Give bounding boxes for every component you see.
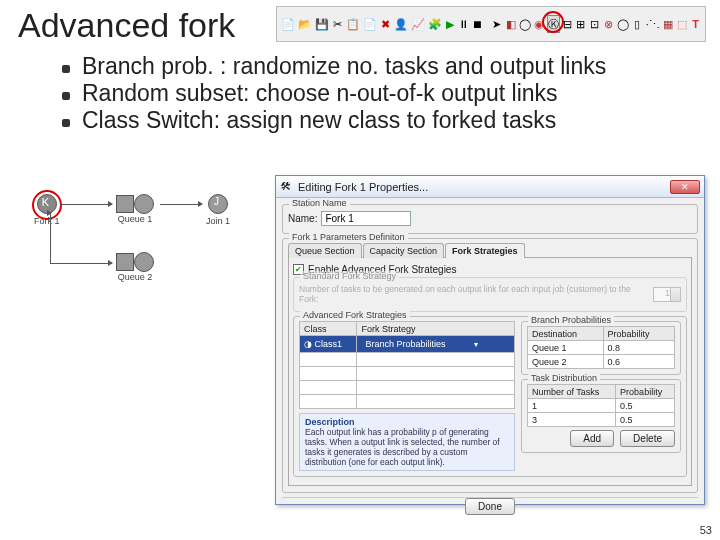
- node-join[interactable]: J Join 1: [206, 194, 230, 226]
- col-dest: Destination: [528, 327, 604, 341]
- table-row: [300, 353, 515, 367]
- tool-link-icon[interactable]: ·⋱: [645, 15, 661, 33]
- tool-run-icon[interactable]: ▶: [444, 15, 457, 33]
- group-legend: Standard Fork Strategy: [300, 271, 399, 281]
- node-label: Queue 2: [116, 272, 154, 282]
- class-strategy-table: Class Fork Strategy ◑ Class1 Branch Prob…: [299, 321, 515, 409]
- table-row[interactable]: 1 0.5: [528, 399, 675, 413]
- dialog-footer: Done: [282, 497, 698, 515]
- group-legend: Branch Probabilities: [528, 315, 614, 325]
- bullet-item: Random subset: choose n-out-of-k output …: [68, 80, 720, 107]
- tool-paste-icon[interactable]: 📄: [362, 15, 378, 33]
- tool-delete-icon[interactable]: ✖: [379, 15, 392, 33]
- standard-label: Number of tasks to be generated on each …: [299, 284, 649, 304]
- table-row: [300, 395, 515, 409]
- tool-new-icon[interactable]: 📄: [280, 15, 296, 33]
- station-name-input[interactable]: [321, 211, 411, 226]
- description-panel: Description Each output link has a proba…: [299, 413, 515, 471]
- tool-source-icon[interactable]: ◧: [504, 15, 517, 33]
- link-arrow: [50, 263, 112, 264]
- link-arrow: [50, 213, 51, 263]
- task-dist-group: Task Distribution Number of Tasks Probab…: [521, 379, 681, 453]
- node-queue2[interactable]: Queue 2: [116, 252, 154, 282]
- node-queue1[interactable]: Queue 1: [116, 194, 154, 224]
- tool-stop-icon[interactable]: ⏹: [471, 15, 484, 33]
- page-number: 53: [700, 524, 712, 536]
- description-text: Each output link has a probability p of …: [305, 427, 509, 467]
- description-heading: Description: [305, 417, 509, 427]
- tool-select-icon[interactable]: ⬚: [675, 15, 688, 33]
- link-arrow: [60, 204, 112, 205]
- tab-capacity-section[interactable]: Capacity Section: [363, 243, 445, 258]
- col-ntasks: Number of Tasks: [528, 385, 616, 399]
- dialog-icon: 🛠: [280, 180, 294, 194]
- class-cell: Class1: [315, 339, 343, 349]
- col-strategy: Fork Strategy: [357, 322, 515, 336]
- table-row: [300, 381, 515, 395]
- tab-queue-section[interactable]: Queue Section: [288, 243, 362, 258]
- tool-copy-icon[interactable]: 📋: [345, 15, 361, 33]
- tool-pointer-icon[interactable]: ➤: [490, 15, 503, 33]
- tool-save-icon[interactable]: 💾: [314, 15, 330, 33]
- dialog-title: Editing Fork 1 Properties...: [298, 181, 428, 193]
- tool-fork-icon[interactable]: Ⓚ: [547, 15, 560, 33]
- branch-prob-group: Branch Probabilities Destination Probabi…: [521, 321, 681, 375]
- params-group: Fork 1 Parameters Definiton Queue Sectio…: [282, 238, 698, 493]
- add-button[interactable]: Add: [570, 430, 614, 447]
- node-label: Queue 1: [116, 214, 154, 224]
- tool-user-icon[interactable]: 👤: [393, 15, 409, 33]
- class-icon: ◑: [304, 339, 315, 349]
- table-row[interactable]: 3 0.5: [528, 413, 675, 427]
- tool-queue-icon[interactable]: ◯: [518, 15, 532, 33]
- dialog-titlebar[interactable]: 🛠 Editing Fork 1 Properties... ✕: [276, 176, 704, 198]
- tool-place-icon[interactable]: ▯: [631, 15, 644, 33]
- done-button[interactable]: Done: [465, 498, 515, 515]
- tool-class-icon[interactable]: ◯: [616, 15, 630, 33]
- node-label: Join 1: [206, 216, 230, 226]
- tool-region-icon[interactable]: ▦: [662, 15, 675, 33]
- tool-text-icon[interactable]: T: [689, 15, 702, 33]
- model-canvas: K Fork 1 Queue 1 J Join 1 Queue 2: [8, 180, 268, 510]
- editor-toolbar: 📄 📂 💾 ✂ 📋 📄 ✖ 👤 📈 🧩 ▶ ⏸ ⏹ ➤ ◧ ◯ ◉ Ⓚ ⊟ ⊞ …: [276, 6, 706, 42]
- table-row: [300, 367, 515, 381]
- tab-fork-strategies[interactable]: Fork Strategies: [445, 243, 525, 258]
- standard-strategy-group: Standard Fork Strategy Number of tasks t…: [293, 277, 687, 312]
- strategy-combo[interactable]: Branch Probabilities: [361, 337, 481, 351]
- branch-prob-table[interactable]: Destination Probability Queue 1 0.8 Queu…: [527, 326, 675, 369]
- tool-pause-icon[interactable]: ⏸: [457, 15, 470, 33]
- table-row[interactable]: Queue 1 0.8: [528, 341, 675, 355]
- link-arrow: [160, 204, 202, 205]
- task-dist-table[interactable]: Number of Tasks Probability 1 0.5 3: [527, 384, 675, 427]
- node-label: Fork 1: [34, 216, 60, 226]
- tool-chart-icon[interactable]: 📈: [410, 15, 426, 33]
- close-button[interactable]: ✕: [670, 180, 700, 194]
- advanced-strategies-group: Advanced Fork Strategies Class Fork Stra…: [293, 316, 687, 477]
- table-row[interactable]: ◑ Class1 Branch Probabilities: [300, 336, 515, 353]
- fork-properties-dialog: 🛠 Editing Fork 1 Properties... ✕ Station…: [275, 175, 705, 505]
- table-row[interactable]: Queue 2 0.6: [528, 355, 675, 369]
- tool-delay-icon[interactable]: ⊡: [588, 15, 601, 33]
- name-label: Name:: [288, 213, 317, 224]
- tool-open-icon[interactable]: 📂: [297, 15, 313, 33]
- standard-task-spinner: 1: [653, 287, 681, 302]
- group-legend: Task Distribution: [528, 373, 600, 383]
- station-name-group: Station Name Name:: [282, 204, 698, 234]
- tool-router-icon[interactable]: ⊞: [575, 15, 588, 33]
- dot-grid: [8, 180, 268, 510]
- group-legend: Station Name: [289, 198, 350, 208]
- group-legend: Fork 1 Parameters Definiton: [289, 232, 408, 242]
- tool-cut-icon[interactable]: ✂: [331, 15, 344, 33]
- delete-button[interactable]: Delete: [620, 430, 675, 447]
- tool-graph-icon[interactable]: 🧩: [427, 15, 443, 33]
- bullet-list: Branch prob. : randomize no. tasks and o…: [28, 53, 720, 134]
- col-class: Class: [300, 322, 357, 336]
- bullet-item: Class Switch: assign new class to forked…: [68, 107, 720, 134]
- col-prob: Probability: [603, 327, 674, 341]
- tool-logger-icon[interactable]: ⊗: [602, 15, 615, 33]
- col-prob: Probability: [616, 385, 675, 399]
- bullet-item: Branch prob. : randomize no. tasks and o…: [68, 53, 720, 80]
- group-legend: Advanced Fork Strategies: [300, 310, 410, 320]
- tab-bar: Queue Section Capacity Section Fork Stra…: [288, 243, 692, 258]
